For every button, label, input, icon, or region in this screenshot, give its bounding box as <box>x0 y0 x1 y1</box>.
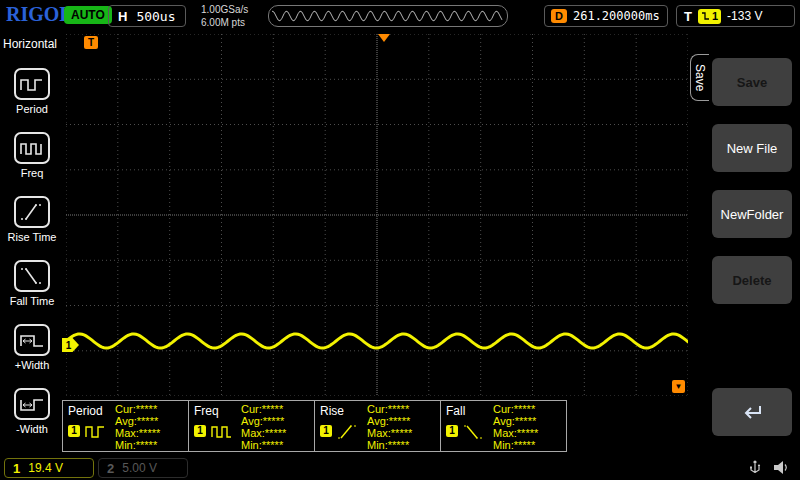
timebase-group: H 500us <box>108 5 186 27</box>
preview-wave-path <box>272 11 502 21</box>
measurement-name: Rise <box>320 404 344 418</box>
run-status-badge: AUTO <box>64 6 112 24</box>
oscilloscope-screen: RIGOL AUTO H 500us 1.00GSa/s 6.00M pts D… <box>0 0 800 480</box>
measurement-source-badge: 1 <box>68 425 80 437</box>
freq-meas-icon <box>210 423 232 445</box>
measurement-stats: Cur:***** Avg:***** Max:***** Min:***** <box>493 403 538 451</box>
period-icon <box>14 68 50 100</box>
measurement-name: Freq <box>194 404 219 418</box>
speaker-icon <box>772 459 790 480</box>
sidebar-item-fall-time[interactable]: Fall Time <box>0 260 64 307</box>
freq-icon <box>14 132 50 164</box>
save-button[interactable]: Save <box>712 58 792 106</box>
trigger-source-number: 1 <box>712 10 718 22</box>
stat-min: Min:***** <box>115 439 160 451</box>
sidebar-item-label: +Width <box>15 359 50 371</box>
measurement-stats: Cur:***** Avg:***** Max:***** Min:***** <box>241 403 286 451</box>
measurement-stats: Cur:***** Avg:***** Max:***** Min:***** <box>367 403 412 451</box>
stat-cur: Cur:***** <box>241 403 286 415</box>
ch1-waveform-layer <box>66 34 688 396</box>
top-status-bar: RIGOL AUTO H 500us 1.00GSa/s 6.00M pts D… <box>0 0 800 32</box>
right-softkey-menu: Save Save New File NewFolder Delete <box>688 32 800 456</box>
sidebar-item-label: Freq <box>21 167 44 179</box>
acquisition-info: 1.00GSa/s 6.00M pts <box>201 3 248 29</box>
left-menu-title: Horizontal <box>0 32 64 51</box>
preview-waveform-icon <box>269 6 507 26</box>
stat-cur: Cur:***** <box>115 403 160 415</box>
measurement-stats: Cur:***** Avg:***** Max:***** Min:***** <box>115 403 160 451</box>
measurement-panel: Period 1 Cur:***** Avg:***** Max:***** M… <box>62 400 566 452</box>
sidebar-item-freq[interactable]: Freq <box>0 132 64 179</box>
sidebar-item-label: Rise Time <box>8 231 57 243</box>
stat-min: Min:***** <box>367 439 412 451</box>
trigger-level-offscreen-marker: ▼ <box>672 380 685 393</box>
sidebar-item-plus-width[interactable]: +Width <box>0 324 64 371</box>
fall-meas-icon <box>462 423 484 445</box>
sidebar-item-label: -Width <box>16 423 48 435</box>
trigger-level-value: -133 V <box>727 9 762 23</box>
stat-avg: Avg:***** <box>115 415 160 427</box>
trigger-flag: T <box>84 36 98 49</box>
stat-min: Min:***** <box>241 439 286 451</box>
plus-width-icon <box>14 324 50 356</box>
rise-meas-icon <box>336 423 358 445</box>
minus-width-icon <box>14 388 50 420</box>
stat-max: Max:***** <box>241 427 286 439</box>
usb-icon <box>746 459 764 480</box>
measurement-fall: Fall 1 Cur:***** Avg:***** Max:***** Min… <box>440 400 567 452</box>
stat-max: Max:***** <box>493 427 538 439</box>
timebase-value: 500us <box>136 9 175 24</box>
channel1-number: 1 <box>13 461 20 476</box>
sidebar-item-label: Fall Time <box>10 295 55 307</box>
channel1-status[interactable]: 1 19.4 V <box>4 458 94 478</box>
timebase-label: H <box>118 9 127 24</box>
trigger-source-badge: 1 <box>698 9 721 24</box>
measurement-source-badge: 1 <box>194 425 206 437</box>
stat-max: Max:***** <box>115 427 160 439</box>
stat-cur: Cur:***** <box>493 403 538 415</box>
menu-tab-save: Save <box>690 54 709 101</box>
trigger-position-marker[interactable] <box>378 34 390 42</box>
memory-depth: 6.00M pts <box>201 16 248 29</box>
channel2-scale: 5.00 V <box>122 461 157 475</box>
stat-avg: Avg:***** <box>241 415 286 427</box>
measurement-name: Period <box>68 404 103 418</box>
new-file-button[interactable]: New File <box>712 124 792 172</box>
stat-min: Min:***** <box>493 439 538 451</box>
horizontal-position-preview <box>268 5 508 27</box>
trigger-label: T <box>684 9 692 24</box>
delete-button[interactable]: Delete <box>712 256 792 304</box>
measurement-rise: Rise 1 Cur:***** Avg:***** Max:***** Min… <box>314 400 441 452</box>
stat-avg: Avg:***** <box>367 415 412 427</box>
left-menu: Horizontal Period Freq Rise Time <box>0 32 64 456</box>
sidebar-item-label: Period <box>16 103 48 115</box>
sidebar-item-rise-time[interactable]: Rise Time <box>0 196 64 243</box>
stat-avg: Avg:***** <box>493 415 538 427</box>
measurement-source-badge: 1 <box>320 425 332 437</box>
channel1-scale: 19.4 V <box>28 461 63 475</box>
sidebar-item-minus-width[interactable]: -Width <box>0 388 64 435</box>
trigger-group: T 1 -133 V <box>676 5 795 27</box>
fall-time-icon <box>14 260 50 292</box>
measurement-name: Fall <box>446 404 465 418</box>
return-icon <box>739 401 765 423</box>
ch1-waveform <box>66 334 688 348</box>
back-button[interactable] <box>712 388 792 436</box>
channel2-status[interactable]: 2 5.00 V <box>98 458 188 478</box>
sidebar-item-period[interactable]: Period <box>0 68 64 115</box>
measurement-source-badge: 1 <box>446 425 458 437</box>
delay-group: D 261.200000ms <box>544 5 668 27</box>
measurement-period: Period 1 Cur:***** Avg:***** Max:***** M… <box>62 400 189 452</box>
trigger-falling-edge-icon <box>701 11 710 21</box>
rigol-logo: RIGOL <box>6 3 73 26</box>
delay-badge: D <box>551 9 567 23</box>
waveform-display-area: T 1 ▼ <box>66 34 688 396</box>
rise-time-icon <box>14 196 50 228</box>
stat-max: Max:***** <box>367 427 412 439</box>
new-folder-button[interactable]: NewFolder <box>712 190 792 238</box>
measurement-freq: Freq 1 Cur:***** Avg:***** Max:***** Min… <box>188 400 315 452</box>
period-meas-icon <box>84 423 106 445</box>
bottom-status-bar: 1 19.4 V 2 5.00 V <box>0 456 800 480</box>
sample-rate: 1.00GSa/s <box>201 3 248 16</box>
channel2-number: 2 <box>107 461 114 476</box>
